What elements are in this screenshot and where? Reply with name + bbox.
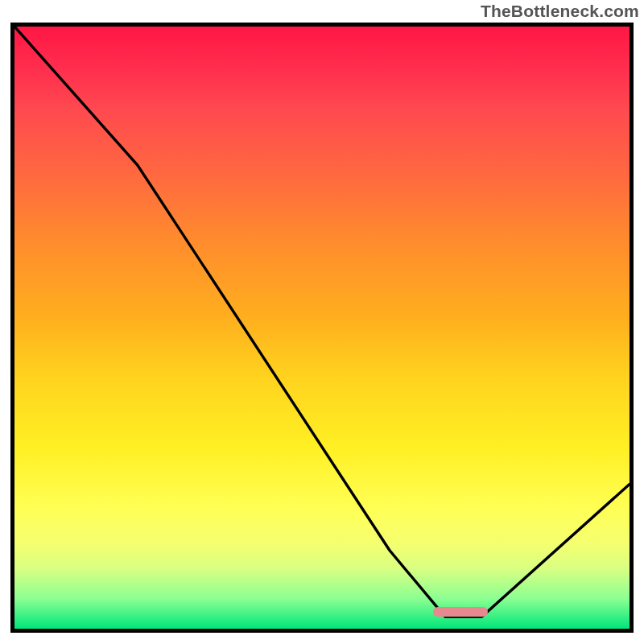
curve-svg [14,27,630,629]
optimum-marker [433,607,489,617]
bottleneck-curve-path [14,27,630,617]
plot-frame [10,23,634,633]
watermark-text: TheBottleneck.com [481,2,639,21]
chart-canvas: TheBottleneck.com [0,0,644,644]
